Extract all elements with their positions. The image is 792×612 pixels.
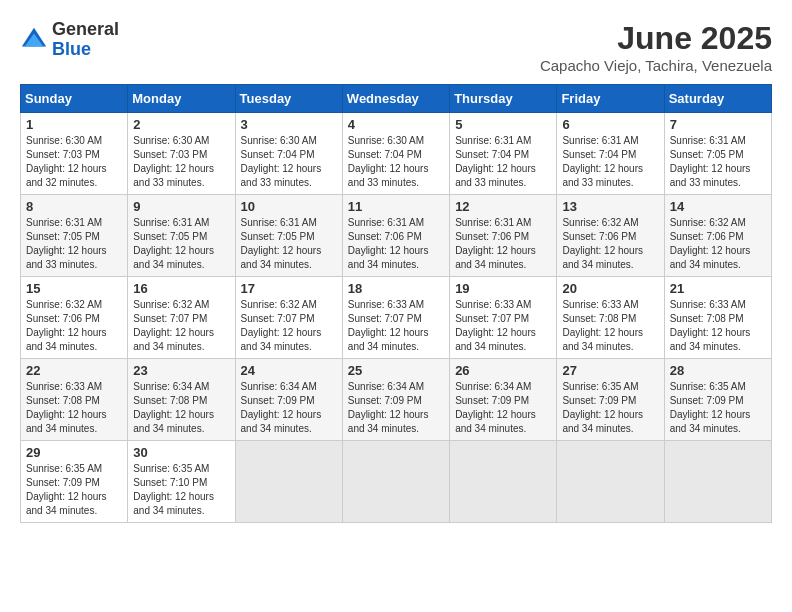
cell-content: Sunrise: 6:35 AM Sunset: 7:09 PM Dayligh… bbox=[26, 462, 122, 518]
cell-content: Sunrise: 6:32 AM Sunset: 7:06 PM Dayligh… bbox=[26, 298, 122, 354]
cell-content: Sunrise: 6:32 AM Sunset: 7:07 PM Dayligh… bbox=[241, 298, 337, 354]
header-saturday: Saturday bbox=[664, 85, 771, 113]
day-number: 5 bbox=[455, 117, 551, 132]
cell-content: Sunrise: 6:30 AM Sunset: 7:03 PM Dayligh… bbox=[26, 134, 122, 190]
cell-content: Sunrise: 6:32 AM Sunset: 7:06 PM Dayligh… bbox=[670, 216, 766, 272]
header-tuesday: Tuesday bbox=[235, 85, 342, 113]
cell-content: Sunrise: 6:32 AM Sunset: 7:06 PM Dayligh… bbox=[562, 216, 658, 272]
cell-content: Sunrise: 6:35 AM Sunset: 7:10 PM Dayligh… bbox=[133, 462, 229, 518]
cell-content: Sunrise: 6:31 AM Sunset: 7:05 PM Dayligh… bbox=[26, 216, 122, 272]
day-number: 8 bbox=[26, 199, 122, 214]
calendar-cell: 9 Sunrise: 6:31 AM Sunset: 7:05 PM Dayli… bbox=[128, 195, 235, 277]
location-subtitle: Capacho Viejo, Tachira, Venezuela bbox=[540, 57, 772, 74]
day-number: 10 bbox=[241, 199, 337, 214]
day-number: 20 bbox=[562, 281, 658, 296]
cell-content: Sunrise: 6:31 AM Sunset: 7:04 PM Dayligh… bbox=[455, 134, 551, 190]
calendar-cell: 13 Sunrise: 6:32 AM Sunset: 7:06 PM Dayl… bbox=[557, 195, 664, 277]
header-sunday: Sunday bbox=[21, 85, 128, 113]
calendar-cell: 25 Sunrise: 6:34 AM Sunset: 7:09 PM Dayl… bbox=[342, 359, 449, 441]
calendar-cell: 12 Sunrise: 6:31 AM Sunset: 7:06 PM Dayl… bbox=[450, 195, 557, 277]
logo-icon bbox=[20, 26, 48, 54]
cell-content: Sunrise: 6:30 AM Sunset: 7:04 PM Dayligh… bbox=[241, 134, 337, 190]
day-number: 19 bbox=[455, 281, 551, 296]
month-title: June 2025 bbox=[540, 20, 772, 57]
cell-content: Sunrise: 6:31 AM Sunset: 7:05 PM Dayligh… bbox=[241, 216, 337, 272]
day-number: 1 bbox=[26, 117, 122, 132]
cell-content: Sunrise: 6:33 AM Sunset: 7:08 PM Dayligh… bbox=[670, 298, 766, 354]
calendar-cell: 2 Sunrise: 6:30 AM Sunset: 7:03 PM Dayli… bbox=[128, 113, 235, 195]
calendar-cell: 16 Sunrise: 6:32 AM Sunset: 7:07 PM Dayl… bbox=[128, 277, 235, 359]
cell-content: Sunrise: 6:34 AM Sunset: 7:09 PM Dayligh… bbox=[241, 380, 337, 436]
day-number: 24 bbox=[241, 363, 337, 378]
day-number: 17 bbox=[241, 281, 337, 296]
day-number: 11 bbox=[348, 199, 444, 214]
calendar-cell bbox=[342, 441, 449, 523]
header-wednesday: Wednesday bbox=[342, 85, 449, 113]
cell-content: Sunrise: 6:34 AM Sunset: 7:09 PM Dayligh… bbox=[348, 380, 444, 436]
day-number: 22 bbox=[26, 363, 122, 378]
cell-content: Sunrise: 6:32 AM Sunset: 7:07 PM Dayligh… bbox=[133, 298, 229, 354]
calendar-cell: 22 Sunrise: 6:33 AM Sunset: 7:08 PM Dayl… bbox=[21, 359, 128, 441]
cell-content: Sunrise: 6:33 AM Sunset: 7:07 PM Dayligh… bbox=[348, 298, 444, 354]
day-number: 3 bbox=[241, 117, 337, 132]
cell-content: Sunrise: 6:34 AM Sunset: 7:08 PM Dayligh… bbox=[133, 380, 229, 436]
day-number: 26 bbox=[455, 363, 551, 378]
cell-content: Sunrise: 6:31 AM Sunset: 7:05 PM Dayligh… bbox=[133, 216, 229, 272]
calendar-cell: 7 Sunrise: 6:31 AM Sunset: 7:05 PM Dayli… bbox=[664, 113, 771, 195]
calendar-cell: 18 Sunrise: 6:33 AM Sunset: 7:07 PM Dayl… bbox=[342, 277, 449, 359]
cell-content: Sunrise: 6:30 AM Sunset: 7:03 PM Dayligh… bbox=[133, 134, 229, 190]
day-number: 21 bbox=[670, 281, 766, 296]
cell-content: Sunrise: 6:34 AM Sunset: 7:09 PM Dayligh… bbox=[455, 380, 551, 436]
calendar-cell: 8 Sunrise: 6:31 AM Sunset: 7:05 PM Dayli… bbox=[21, 195, 128, 277]
calendar-cell: 1 Sunrise: 6:30 AM Sunset: 7:03 PM Dayli… bbox=[21, 113, 128, 195]
cell-content: Sunrise: 6:35 AM Sunset: 7:09 PM Dayligh… bbox=[562, 380, 658, 436]
day-number: 16 bbox=[133, 281, 229, 296]
calendar-cell: 27 Sunrise: 6:35 AM Sunset: 7:09 PM Dayl… bbox=[557, 359, 664, 441]
calendar-header-row: Sunday Monday Tuesday Wednesday Thursday… bbox=[21, 85, 772, 113]
calendar-table: Sunday Monday Tuesday Wednesday Thursday… bbox=[20, 84, 772, 523]
calendar-cell: 24 Sunrise: 6:34 AM Sunset: 7:09 PM Dayl… bbox=[235, 359, 342, 441]
calendar-cell: 5 Sunrise: 6:31 AM Sunset: 7:04 PM Dayli… bbox=[450, 113, 557, 195]
header-monday: Monday bbox=[128, 85, 235, 113]
cell-content: Sunrise: 6:31 AM Sunset: 7:06 PM Dayligh… bbox=[348, 216, 444, 272]
day-number: 4 bbox=[348, 117, 444, 132]
calendar-cell: 10 Sunrise: 6:31 AM Sunset: 7:05 PM Dayl… bbox=[235, 195, 342, 277]
calendar-cell: 21 Sunrise: 6:33 AM Sunset: 7:08 PM Dayl… bbox=[664, 277, 771, 359]
day-number: 6 bbox=[562, 117, 658, 132]
day-number: 18 bbox=[348, 281, 444, 296]
calendar-cell bbox=[557, 441, 664, 523]
cell-content: Sunrise: 6:31 AM Sunset: 7:05 PM Dayligh… bbox=[670, 134, 766, 190]
calendar-cell: 4 Sunrise: 6:30 AM Sunset: 7:04 PM Dayli… bbox=[342, 113, 449, 195]
cell-content: Sunrise: 6:31 AM Sunset: 7:04 PM Dayligh… bbox=[562, 134, 658, 190]
day-number: 28 bbox=[670, 363, 766, 378]
day-number: 13 bbox=[562, 199, 658, 214]
header-thursday: Thursday bbox=[450, 85, 557, 113]
day-number: 29 bbox=[26, 445, 122, 460]
cell-content: Sunrise: 6:31 AM Sunset: 7:06 PM Dayligh… bbox=[455, 216, 551, 272]
calendar-cell bbox=[450, 441, 557, 523]
calendar-cell: 19 Sunrise: 6:33 AM Sunset: 7:07 PM Dayl… bbox=[450, 277, 557, 359]
cell-content: Sunrise: 6:35 AM Sunset: 7:09 PM Dayligh… bbox=[670, 380, 766, 436]
header-friday: Friday bbox=[557, 85, 664, 113]
logo-blue: Blue bbox=[52, 40, 119, 60]
title-area: June 2025 Capacho Viejo, Tachira, Venezu… bbox=[540, 20, 772, 74]
page-header: General Blue June 2025 Capacho Viejo, Ta… bbox=[20, 20, 772, 74]
calendar-cell: 3 Sunrise: 6:30 AM Sunset: 7:04 PM Dayli… bbox=[235, 113, 342, 195]
cell-content: Sunrise: 6:30 AM Sunset: 7:04 PM Dayligh… bbox=[348, 134, 444, 190]
day-number: 23 bbox=[133, 363, 229, 378]
calendar-cell: 23 Sunrise: 6:34 AM Sunset: 7:08 PM Dayl… bbox=[128, 359, 235, 441]
calendar-cell bbox=[664, 441, 771, 523]
day-number: 15 bbox=[26, 281, 122, 296]
cell-content: Sunrise: 6:33 AM Sunset: 7:07 PM Dayligh… bbox=[455, 298, 551, 354]
day-number: 12 bbox=[455, 199, 551, 214]
calendar-cell: 17 Sunrise: 6:32 AM Sunset: 7:07 PM Dayl… bbox=[235, 277, 342, 359]
day-number: 25 bbox=[348, 363, 444, 378]
cell-content: Sunrise: 6:33 AM Sunset: 7:08 PM Dayligh… bbox=[26, 380, 122, 436]
logo: General Blue bbox=[20, 20, 119, 60]
calendar-cell: 26 Sunrise: 6:34 AM Sunset: 7:09 PM Dayl… bbox=[450, 359, 557, 441]
calendar-cell: 30 Sunrise: 6:35 AM Sunset: 7:10 PM Dayl… bbox=[128, 441, 235, 523]
calendar-cell: 6 Sunrise: 6:31 AM Sunset: 7:04 PM Dayli… bbox=[557, 113, 664, 195]
calendar-cell: 11 Sunrise: 6:31 AM Sunset: 7:06 PM Dayl… bbox=[342, 195, 449, 277]
calendar-cell bbox=[235, 441, 342, 523]
calendar-cell: 14 Sunrise: 6:32 AM Sunset: 7:06 PM Dayl… bbox=[664, 195, 771, 277]
